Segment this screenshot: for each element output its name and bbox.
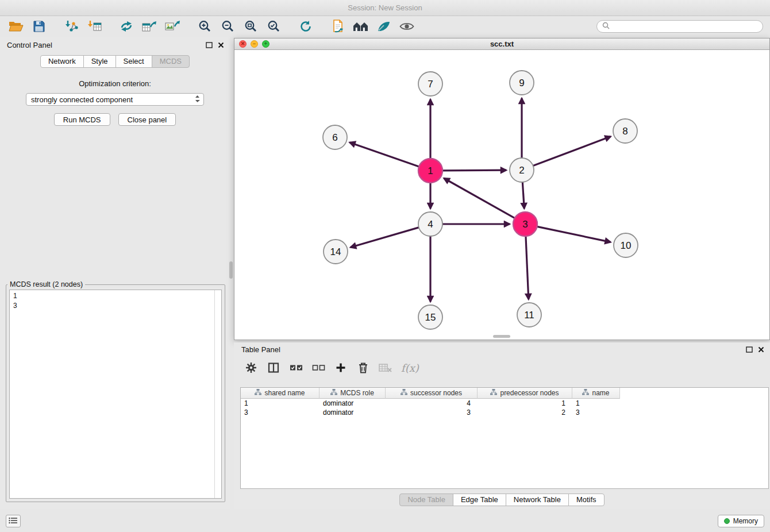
sort-icon	[255, 389, 261, 397]
optimization-dropdown[interactable]: strongly connected component	[26, 93, 204, 106]
copy-document-icon[interactable]	[326, 18, 349, 35]
import-network-from-file-icon[interactable]	[60, 18, 83, 35]
zoom-fit-icon[interactable]	[239, 18, 262, 35]
tab-motifs[interactable]: Motifs	[568, 494, 605, 506]
graph-edge-1-6[interactable]	[349, 142, 419, 167]
optimization-criterion-label: Optimization criterion:	[0, 79, 230, 88]
column-header-successor-nodes[interactable]: successor nodes	[386, 388, 478, 399]
window-title: Session: New Session	[348, 3, 422, 12]
tab-network[interactable]: Network	[40, 55, 84, 68]
graph-node-10[interactable]: 10	[614, 233, 638, 257]
graph-edge-3-11[interactable]	[526, 236, 529, 299]
dropdown-arrows-icon	[195, 95, 200, 105]
table-row[interactable]: 1dominator411	[241, 399, 768, 408]
tab-select[interactable]: Select	[116, 55, 152, 68]
graph-node-4[interactable]: 4	[418, 212, 442, 236]
horizontal-scrollbar-pill[interactable]	[493, 335, 510, 338]
save-session-icon[interactable]	[28, 18, 51, 35]
tab-style[interactable]: Style	[83, 55, 116, 68]
tab-network-table[interactable]: Network Table	[506, 494, 569, 506]
tab-edge-table[interactable]: Edge Table	[453, 494, 506, 506]
result-scrollbar-track[interactable]	[214, 290, 215, 498]
graph-edge-3-10[interactable]	[537, 226, 611, 242]
panel-splitter-handle[interactable]	[229, 261, 233, 279]
column-header-predecessor-nodes[interactable]: predecessor nodes	[478, 388, 572, 399]
column-header-shared-name[interactable]: shared name	[241, 388, 319, 399]
graph-node-9[interactable]: 9	[510, 71, 534, 95]
delete-icon[interactable]	[356, 360, 370, 375]
import-network-icon[interactable]	[115, 18, 138, 35]
task-history-button[interactable]	[6, 515, 21, 527]
table-cell: 3	[572, 408, 620, 417]
column-header-filler	[620, 388, 768, 399]
table-cell: 1	[478, 399, 572, 408]
close-window-button[interactable]: ✕	[239, 40, 247, 48]
close-panel-button[interactable]: Close panel	[118, 113, 176, 126]
close-panel-icon[interactable]	[218, 42, 224, 48]
select-all-icon[interactable]	[289, 360, 303, 375]
graph-node-3[interactable]: 3	[513, 212, 537, 236]
refresh-icon[interactable]	[294, 18, 317, 35]
svg-text:1: 1	[428, 165, 433, 176]
graph-node-2[interactable]: 2	[510, 158, 534, 182]
minimize-window-button[interactable]: −	[251, 40, 258, 48]
graph-edge-3-1[interactable]	[444, 178, 515, 218]
table-cell: 1	[572, 399, 620, 408]
zoom-in-icon[interactable]	[193, 18, 216, 35]
apply-style-icon[interactable]	[372, 18, 395, 35]
add-icon[interactable]	[334, 360, 348, 375]
column-header-label: shared name	[264, 389, 305, 397]
zoom-selected-icon[interactable]	[262, 18, 285, 35]
graph-node-11[interactable]: 11	[517, 303, 541, 327]
network-view-canvas[interactable]: 7968124310141511	[234, 50, 769, 340]
show-hide-icon[interactable]	[395, 18, 418, 35]
memory-button[interactable]: Memory	[718, 515, 764, 527]
column-header-label: predecessor nodes	[500, 389, 559, 397]
graph-node-15[interactable]: 15	[418, 305, 442, 329]
graph-node-8[interactable]: 8	[613, 119, 637, 143]
svg-text:7: 7	[428, 79, 433, 90]
unselect-all-icon[interactable]	[311, 360, 325, 375]
svg-text:9: 9	[519, 78, 524, 88]
open-session-icon[interactable]	[5, 18, 28, 35]
table-close-icon[interactable]	[758, 346, 764, 353]
table-float-icon[interactable]	[746, 346, 753, 353]
first-neighbors-icon[interactable]	[349, 18, 372, 35]
search-box[interactable]	[596, 20, 763, 33]
graph-edge-2-8[interactable]	[533, 137, 611, 166]
run-mcds-button[interactable]: Run MCDS	[54, 113, 110, 126]
graph-node-1[interactable]: 1	[418, 159, 442, 183]
svg-text:11: 11	[524, 310, 534, 321]
export-table-icon[interactable]	[138, 18, 161, 35]
column-header-mcds-role[interactable]: MCDS role	[319, 388, 386, 399]
float-panel-icon[interactable]	[206, 42, 213, 48]
mcds-result-list[interactable]: 13	[9, 290, 222, 499]
import-table-from-file-icon[interactable]	[83, 18, 106, 35]
svg-text:2: 2	[519, 165, 524, 176]
graph-node-7[interactable]: 7	[418, 72, 442, 96]
graph-edge-4-14[interactable]	[351, 228, 419, 248]
zoom-window-button[interactable]: +	[262, 40, 270, 48]
tab-mcds[interactable]: MCDS	[152, 55, 190, 68]
show-columns-icon[interactable]	[267, 360, 280, 375]
graph-node-14[interactable]: 14	[324, 240, 348, 264]
table-settings-icon[interactable]	[244, 360, 258, 375]
control-panel: Control Panel NetworkStyleSelectMCDS Opt…	[0, 37, 230, 509]
graph-edge-2-3[interactable]	[522, 182, 524, 209]
table-tabs: Node TableEdge TableNetwork TableMotifs	[234, 494, 770, 506]
table-panel-header: Table Panel	[234, 342, 770, 356]
export-image-icon[interactable]	[161, 18, 184, 35]
table-row[interactable]: 3dominator323	[241, 408, 768, 417]
table-cell: dominator	[319, 399, 386, 408]
network-graph: 7968124310141511	[234, 50, 769, 340]
column-header-name[interactable]: name	[572, 388, 620, 399]
network-window-titlebar[interactable]: ✕ − + scc.txt	[234, 38, 769, 50]
column-header-label: name	[592, 389, 609, 397]
search-input[interactable]	[613, 22, 757, 30]
tab-node-table[interactable]: Node Table	[399, 494, 453, 506]
zoom-out-icon[interactable]	[216, 18, 239, 35]
graph-edge-1-2[interactable]	[442, 170, 506, 171]
graph-node-6[interactable]: 6	[323, 125, 347, 149]
svg-text:14: 14	[330, 246, 341, 257]
svg-text:10: 10	[621, 240, 632, 251]
